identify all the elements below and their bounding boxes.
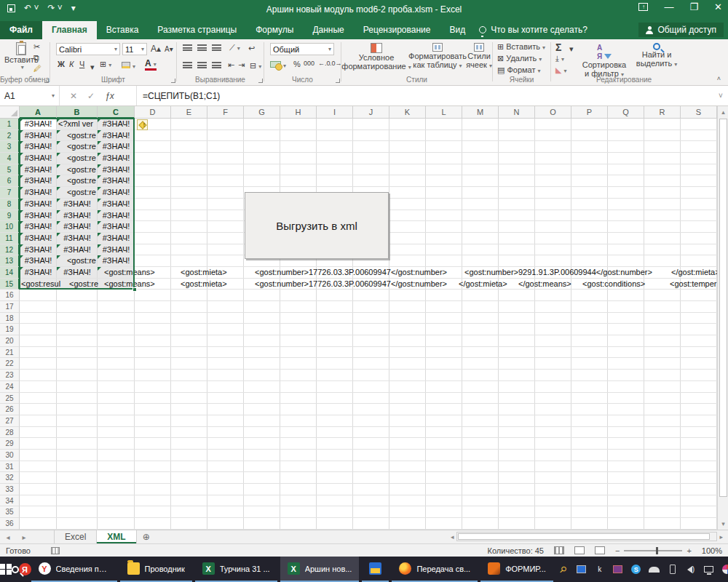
format-cells-button[interactable]: ▤ Формат▾ — [497, 65, 541, 75]
onedrive-tray-icon[interactable] — [649, 564, 660, 575]
row-header-12[interactable]: 12 — [0, 244, 20, 256]
collapse-ribbon-icon[interactable]: ˄ — [717, 75, 721, 82]
column-header-Q[interactable]: Q — [608, 106, 644, 119]
zoom-out-icon[interactable]: − — [615, 546, 620, 555]
font-size-combo[interactable]: 11▾ — [122, 43, 147, 55]
row-header-36[interactable]: 36 — [0, 518, 20, 530]
row-header-11[interactable]: 11 — [0, 233, 20, 244]
scroll-down-icon[interactable]: ▾ — [718, 518, 728, 530]
k-tray-icon[interactable]: k — [594, 564, 606, 575]
scroll-right-icon[interactable]: ▸ — [717, 533, 725, 541]
row-header-23[interactable]: 23 — [0, 370, 20, 381]
find-select-button[interactable]: Найти и выделить▾ — [633, 43, 681, 68]
sheet-nav-left-icon[interactable]: ◂ — [0, 530, 16, 543]
row-header-28[interactable]: 28 — [0, 427, 20, 439]
share-button[interactable]: Общий доступ — [638, 23, 724, 37]
number-format-combo[interactable]: Общий▾ — [270, 43, 334, 55]
tab-вид[interactable]: Вид — [440, 21, 475, 39]
taskbar-app-аршин-нов-[interactable]: XАршин нов... — [280, 557, 360, 582]
tab-разметка-страницы[interactable]: Разметка страницы — [148, 21, 246, 39]
format-as-table-button[interactable]: Форматировать как таблицу▾ — [408, 43, 467, 69]
column-header-L[interactable]: L — [426, 106, 462, 119]
increase-decimal-icon[interactable]: ←.0 — [318, 60, 331, 67]
row-header-5[interactable]: 5 — [0, 164, 20, 176]
row-header-2[interactable]: 2 — [0, 130, 20, 142]
cut-icon[interactable]: ✂ — [33, 42, 40, 52]
format-painter-icon[interactable]: 🖉 — [33, 64, 41, 73]
row-header-33[interactable]: 33 — [0, 484, 20, 495]
row-header-19[interactable]: 19 — [0, 324, 20, 335]
row-header-27[interactable]: 27 — [0, 415, 20, 427]
merge-center-icon[interactable]: ⊟▾ — [250, 61, 261, 71]
underline-dropdown-icon[interactable]: ▾ — [90, 63, 95, 72]
zoom-thumb[interactable] — [656, 547, 658, 554]
tell-me-box[interactable]: Что вы хотите сделать? — [475, 25, 595, 39]
taskbar-app-формир-[interactable]: ФОРМИР... — [480, 557, 553, 582]
cell-text-row14[interactable]: <gost:number>17726.03.3P.00609947</gost:… — [255, 267, 447, 278]
normal-view-icon[interactable] — [554, 546, 564, 554]
column-header-O[interactable]: O — [535, 106, 571, 119]
column-header-E[interactable]: E — [171, 106, 207, 119]
page-layout-view-icon[interactable] — [574, 546, 585, 554]
clear-icon[interactable]: ◣▾ — [555, 65, 566, 75]
fill-color-icon[interactable]: ▾ — [122, 61, 135, 70]
name-box-dropdown-icon[interactable]: ▾ — [52, 92, 55, 99]
row-header-34[interactable]: 34 — [0, 495, 20, 507]
scroll-left-icon[interactable]: ◂ — [448, 533, 456, 541]
row-header-18[interactable]: 18 — [0, 313, 20, 324]
cell-text-row15[interactable]: </gost:means> — [518, 279, 571, 290]
alignment-dialog-launcher[interactable] — [258, 79, 263, 83]
comma-style-icon[interactable]: 000 — [304, 60, 314, 67]
row-header-21[interactable]: 21 — [0, 347, 20, 359]
column-header-I[interactable]: I — [317, 106, 353, 119]
start-button[interactable] — [0, 557, 12, 582]
row-header-7[interactable]: 7 — [0, 187, 20, 199]
minimize-icon[interactable]: — — [664, 1, 673, 12]
page-break-view-icon[interactable] — [595, 546, 605, 554]
formula-input[interactable]: =СЦЕПИТЬ(B1;C1) — [137, 86, 713, 105]
sheet-tab-xml[interactable]: XML — [97, 530, 136, 543]
sheet-grid[interactable]: ABCDEFGHIJKLMNOPQRS123456789101112131415… — [0, 106, 728, 530]
vertical-scrollbar-thumb[interactable] — [719, 119, 727, 497]
macro-record-icon[interactable] — [51, 547, 60, 554]
cell-text-row15[interactable]: <gost:conditions> — [582, 279, 645, 290]
select-all-corner[interactable] — [0, 106, 20, 119]
row-header-35[interactable]: 35 — [0, 506, 20, 518]
taskbar-app-сведения-по-[interactable]: YСведения по... — [31, 557, 117, 582]
increase-indent-icon[interactable]: ⇥ — [238, 60, 245, 70]
taskbar-app-турчина-31-[interactable]: XТурчина 31 ... — [195, 557, 277, 582]
column-header-M[interactable]: M — [462, 106, 499, 119]
error-options-button[interactable] — [137, 119, 148, 130]
bold-button[interactable]: Ж — [58, 60, 65, 68]
tab-главная[interactable]: Главная — [42, 21, 97, 39]
close-icon[interactable]: ✕ — [714, 1, 722, 12]
row-header-14[interactable]: 14 — [0, 267, 20, 279]
expand-formula-bar-icon[interactable]: ˅ — [713, 86, 728, 105]
browser-shield-tray-icon[interactable] — [576, 564, 587, 575]
cell-text-row15[interactable]: <gost:mieta> — [181, 279, 227, 290]
accounting-format-icon[interactable]: ▾ — [270, 60, 286, 69]
row-header-24[interactable]: 24 — [0, 381, 20, 393]
enter-icon[interactable]: ✓ — [87, 91, 95, 101]
font-name-combo[interactable]: Calibri▾ — [56, 43, 120, 55]
column-header-A[interactable]: A — [20, 106, 57, 119]
taskbar-app-передача-св-[interactable]: Передача св... — [392, 557, 478, 582]
wrap-text-icon[interactable]: ↩ — [248, 44, 255, 53]
underline-button[interactable]: Ч — [79, 60, 84, 68]
column-header-H[interactable]: H — [280, 106, 317, 119]
usb-tray-icon[interactable] — [667, 564, 678, 575]
tab-вставка[interactable]: Вставка — [97, 21, 149, 39]
italic-button[interactable]: К — [69, 60, 74, 68]
decrease-indent-icon[interactable]: ⇤ — [228, 60, 234, 70]
horizontal-scrollbar[interactable]: ◂ ▸ — [448, 532, 725, 541]
zoom-in-icon[interactable]: + — [687, 546, 691, 555]
autosum-dropdown-icon[interactable]: ▾ — [569, 44, 574, 54]
conditional-formatting-button[interactable]: Условное форматирование▾ — [347, 43, 405, 71]
tab-данные[interactable]: Данные — [303, 21, 353, 39]
row-header-13[interactable]: 13 — [0, 255, 20, 267]
row-header-16[interactable]: 16 — [0, 290, 20, 301]
column-header-B[interactable]: B — [57, 106, 98, 119]
column-header-K[interactable]: K — [389, 106, 426, 119]
number-dialog-launcher[interactable] — [336, 79, 340, 83]
column-header-G[interactable]: G — [244, 106, 280, 119]
